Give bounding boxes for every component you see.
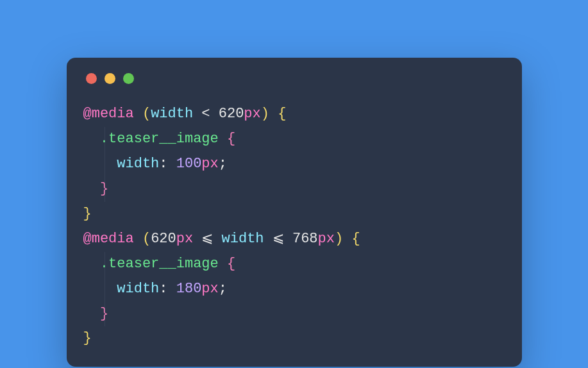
code-line: width: 180px; [83,277,505,302]
code-token: : [159,156,176,172]
code-token [134,106,142,122]
code-token: ( [142,231,151,247]
code-token: @media [83,231,134,247]
code-token: px [244,106,260,122]
code-token: px [201,281,218,297]
code-token: 180 [176,281,202,297]
code-token: { [227,256,235,272]
code-token: ) [261,106,269,122]
code-line: .teaser__image { [83,127,505,152]
indent-guide [105,302,105,327]
code-window: @media (width < 620px) { .teaser__image … [67,58,522,367]
indent-guide [105,127,105,152]
code-line: .teaser__image { [83,252,505,277]
code-token: 620 [151,231,176,247]
traffic-lights [83,73,505,84]
code-line: } [83,202,505,227]
code-token: .teaser__image [100,256,219,272]
code-token: ⩽ [193,231,221,247]
code-block: @media (width < 620px) { .teaser__image … [83,102,505,351]
code-token: @media [83,106,134,122]
code-token: .teaser__image [100,131,219,147]
minimize-icon[interactable] [105,73,115,84]
code-line: width: 100px; [83,152,505,177]
code-token: : [159,281,176,297]
code-token: ) [335,231,343,247]
code-token: } [83,206,92,222]
code-token: ⩽ 768 [264,231,318,247]
code-token: width [117,156,159,172]
code-token: width [222,231,264,247]
code-token [269,106,278,122]
indent-guide [105,152,105,177]
code-token: 100 [176,156,202,172]
code-token: ; [219,156,227,172]
code-token [219,131,227,147]
code-token: width [151,106,193,122]
code-token: width [117,281,159,297]
code-token: ( [142,106,151,122]
indent-guide [105,277,105,302]
code-token [219,256,227,272]
maximize-icon[interactable] [123,73,134,84]
close-icon[interactable] [86,73,97,84]
code-line: } [83,326,505,351]
code-token: { [278,106,286,122]
code-line: } [83,177,505,202]
code-token: } [83,330,92,346]
code-token: < 620 [193,106,244,122]
indent-guide [105,252,105,277]
code-token [134,231,142,247]
code-token: px [318,231,335,247]
code-token: ; [219,281,227,297]
code-token: px [201,156,218,172]
code-line: @media (width < 620px) { [83,102,505,127]
code-line: @media (620px ⩽ width ⩽ 768px) { [83,227,505,252]
code-token: { [351,231,360,247]
code-token: px [176,231,193,247]
code-token [343,231,351,247]
indent-guide [105,177,105,202]
code-token: { [227,131,235,147]
code-line: } [83,302,505,327]
